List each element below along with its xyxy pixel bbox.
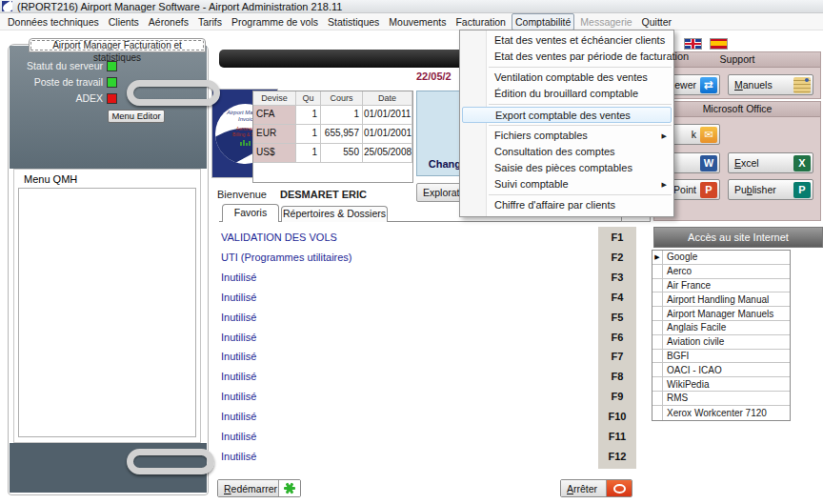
favorite-item-11[interactable]: Inutilisé bbox=[221, 431, 256, 442]
fkey-f7[interactable]: F7 bbox=[598, 351, 636, 362]
publisher-button[interactable]: Publisher P bbox=[728, 179, 813, 200]
row-gutter bbox=[652, 292, 663, 306]
fkey-f3[interactable]: F3 bbox=[598, 272, 636, 283]
link-label: Xerox Workcenter 7120 bbox=[663, 408, 767, 418]
fkey-f2[interactable]: F2 bbox=[598, 252, 636, 263]
currency-cell: 1 bbox=[296, 106, 321, 125]
favorite-item-10[interactable]: Inutilisé bbox=[221, 411, 256, 422]
favorite-item-12[interactable]: Inutilisé bbox=[221, 451, 256, 462]
menu-clients[interactable]: Clients bbox=[105, 13, 143, 30]
fkey-f11[interactable]: F11 bbox=[598, 431, 636, 442]
link-row-air-france[interactable]: Air France bbox=[652, 279, 790, 293]
link-row-xerox-workcenter-7120[interactable]: Xerox Workcenter 7120 bbox=[652, 406, 790, 420]
tab-favoris[interactable]: Favoris bbox=[222, 204, 279, 222]
link-label: BGFI bbox=[663, 351, 689, 361]
menu-donnees-techniques[interactable]: Données techniques bbox=[4, 13, 103, 30]
menu-statistiques[interactable]: Statistiques bbox=[324, 13, 383, 30]
menu-item-etat-des-ventes-par-periode-de-facturation[interactable]: Etat des ventes par période de facturati… bbox=[460, 49, 673, 65]
tab-airport-manager-facturation[interactable]: Airport Manager Facturation et statistiq… bbox=[29, 38, 206, 52]
link-row-rms[interactable]: RMS bbox=[652, 392, 790, 406]
app-icon bbox=[2, 1, 12, 11]
app-window: (RPORT216) Airport Manager Software - Ai… bbox=[0, 0, 823, 504]
menu-item-saisie-des-pieces-comptables[interactable]: Saisie des pièces comptables bbox=[460, 160, 673, 176]
menu-item-ventilation-comptable-des-ventes[interactable]: Ventilation comptable des ventes bbox=[460, 70, 673, 86]
favorite-item-4[interactable]: Inutilisé bbox=[221, 292, 256, 303]
fkey-f5[interactable]: F5 bbox=[598, 312, 636, 323]
submenu-arrow-icon: ▶ bbox=[662, 128, 667, 144]
user-name: DESMARET ERIC bbox=[280, 189, 367, 200]
internet-links-list: ▶GoogleAercoAir FranceAirport Handling M… bbox=[652, 250, 791, 421]
menu-quitter[interactable]: Quitter bbox=[638, 13, 676, 30]
menu-separator bbox=[489, 194, 672, 195]
menu-comptabilite[interactable]: Comptabilité bbox=[512, 13, 574, 30]
row-gutter bbox=[652, 363, 663, 376]
stop-button[interactable]: Arrêter bbox=[560, 479, 632, 497]
menu-item-consultation-des-comptes[interactable]: Consultation des comptes bbox=[460, 144, 673, 160]
favorite-item-7[interactable]: Inutilisé bbox=[221, 351, 256, 362]
restart-button[interactable]: Redémarrer bbox=[217, 479, 301, 497]
link-row-bgfi[interactable]: BGFI bbox=[652, 350, 790, 364]
stop-label: Arrêter bbox=[561, 480, 607, 496]
menu-facturation[interactable]: Facturation bbox=[452, 13, 510, 30]
favorite-item-3[interactable]: Inutilisé bbox=[221, 272, 256, 283]
fkey-f9[interactable]: F9 bbox=[598, 391, 636, 402]
menu-mouvements[interactable]: Mouvements bbox=[385, 13, 450, 30]
menu-item-etat-des-ventes-et-echeancier-clients[interactable]: Etat des ventes et échéancier clients bbox=[460, 32, 673, 49]
link-label: Airport Manager Manuels bbox=[663, 309, 773, 319]
menu-programme-de-vols[interactable]: Programme de vols bbox=[228, 13, 322, 30]
menu-qmh-list[interactable] bbox=[18, 188, 196, 437]
fkey-f8[interactable]: F8 bbox=[598, 371, 636, 382]
fkey-f10[interactable]: F10 bbox=[598, 411, 636, 422]
link-row-anglais-facile[interactable]: Anglais Facile bbox=[652, 321, 790, 335]
link-row-airport-manager-manuels[interactable]: Airport Manager Manuels bbox=[652, 307, 790, 321]
menu-messagerie[interactable]: Messagerie bbox=[576, 13, 635, 30]
menu-item-chiffre-d-affaire-par-clients[interactable]: Chiffre d'affaire par clients bbox=[460, 197, 673, 213]
status-row-adex: ADEX bbox=[13, 92, 117, 104]
publisher-label: Publisher bbox=[734, 184, 776, 195]
favorite-item-6[interactable]: Inutilisé bbox=[221, 332, 256, 343]
row-gutter bbox=[652, 335, 663, 349]
currency-table: DeviseQuCoursDateCFA1101/01/2011EUR1655,… bbox=[252, 91, 413, 183]
currency-cell: 25/05/2008 bbox=[363, 144, 412, 163]
fkey-f1[interactable]: F1 bbox=[598, 232, 636, 243]
welcome-label: Bienvenue bbox=[217, 189, 267, 200]
tab-repertoires-dossiers[interactable]: Répertoires & Dossiers bbox=[281, 206, 388, 222]
link-row-aviation-civile[interactable]: Aviation civile bbox=[652, 335, 790, 350]
currency-cell: 01/01/2011 bbox=[363, 106, 412, 125]
currency-cell: 01/01/2001 bbox=[363, 125, 412, 144]
flag-spain-icon[interactable] bbox=[710, 38, 728, 50]
manuels-button[interactable]: Manuels bbox=[728, 74, 813, 95]
link-label: Anglais Facile bbox=[663, 322, 726, 333]
teamviewer-label: ewer bbox=[674, 79, 696, 91]
fkey-f6[interactable]: F6 bbox=[598, 332, 636, 343]
fkey-f4[interactable]: F4 bbox=[598, 292, 636, 303]
menu-item-export-comptable-des-ventes[interactable]: Export comptable des ventes bbox=[462, 107, 672, 123]
menu-aeronefs[interactable]: Aéronefs bbox=[145, 13, 192, 30]
menu-tarifs[interactable]: Tarifs bbox=[194, 13, 226, 30]
favorite-item-8[interactable]: Inutilisé bbox=[221, 371, 256, 382]
power-icon bbox=[607, 480, 632, 496]
menu-item-suivi-comptable[interactable]: Suivi comptable▶ bbox=[460, 176, 673, 192]
favorite-item-5[interactable]: Inutilisé bbox=[221, 312, 256, 323]
currency-col-devise: Devise bbox=[253, 91, 296, 106]
fkey-f12[interactable]: F12 bbox=[598, 451, 636, 462]
link-row-google[interactable]: ▶Google bbox=[652, 251, 790, 265]
title-bar: (RPORT216) Airport Manager Software - Ai… bbox=[0, 0, 823, 13]
menu-item-edition-du-brouillard-comptable[interactable]: Édition du brouillard comptable bbox=[460, 86, 673, 102]
link-row-airport-handling-manual[interactable]: Airport Handling Manual bbox=[652, 292, 790, 307]
link-row-wikipedia[interactable]: WikiPedia bbox=[652, 377, 790, 392]
restart-label: Redémarrer bbox=[218, 480, 279, 496]
menu-editor-button[interactable]: Menu Editor bbox=[108, 110, 165, 123]
restart-icon bbox=[279, 480, 300, 496]
link-row-aerco[interactable]: Aerco bbox=[652, 265, 790, 279]
currency-cell: CFA bbox=[253, 106, 296, 125]
link-label: Airport Handling Manual bbox=[663, 294, 769, 305]
favorite-item-2[interactable]: UTI (Programmes utilitaires) bbox=[221, 252, 352, 263]
favorite-item-1[interactable]: VALIDATION DES VOLS bbox=[221, 232, 337, 243]
excel-button[interactable]: Excel X bbox=[728, 152, 813, 173]
menu-separator bbox=[489, 104, 672, 105]
menu-item-fichiers-comptables[interactable]: Fichiers comptables▶ bbox=[460, 128, 673, 144]
binder-ring-top bbox=[127, 80, 220, 106]
link-row-oaci-icao[interactable]: OACI - ICAO bbox=[652, 363, 790, 377]
favorite-item-9[interactable]: Inutilisé bbox=[221, 391, 256, 402]
